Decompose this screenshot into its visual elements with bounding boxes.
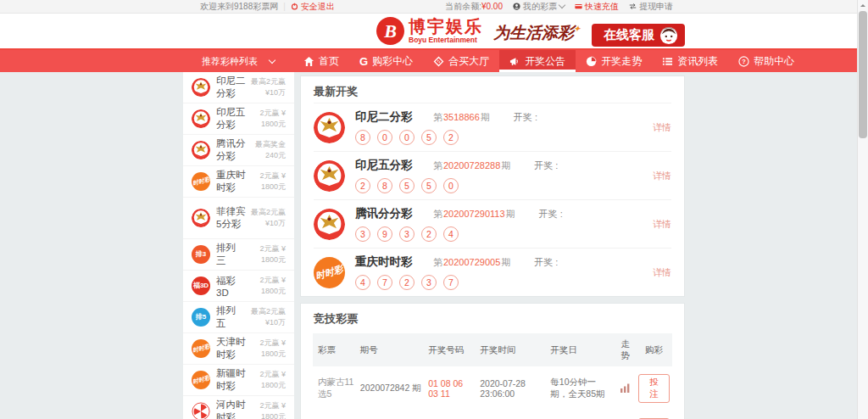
lottery-name: 排列三 [216, 242, 241, 267]
sidebar-item-feilvbin5fen[interactable]: 菲律宾5分彩 最高2元赢 ¥10万 [183, 198, 294, 239]
pailie3-icon: 排3 [192, 245, 210, 264]
nav-item-help-center[interactable]: ? 帮助中心 [728, 50, 804, 72]
draw-balls: 4 7 2 3 7 [355, 275, 653, 290]
lottery-prize: 最高2元赢 ¥10万 [240, 306, 286, 328]
table-row: 浙江11选5 2020072842 期 05 03 08 11 02 2020-… [313, 411, 672, 419]
panel-title: 竞技彩票 [301, 304, 684, 330]
ball: 8 [355, 130, 370, 145]
vertical-scrollbar[interactable] [857, 0, 868, 419]
nav-item-draw-announcements[interactable]: 开奖公告 [499, 50, 576, 72]
lottery-name: 新疆时时彩 [216, 367, 249, 393]
latest-draws-panel: 最新开奖 印尼二分彩 第 3518866 期 开奖 : 8 0 [300, 75, 685, 297]
detail-link[interactable]: 详情 [653, 170, 671, 182]
draw-name: 印尼二分彩 [355, 109, 433, 125]
home-icon [303, 56, 314, 67]
lottery-name: 河内时时彩 [216, 399, 249, 419]
col-header: 开奖时间 [477, 333, 548, 366]
sidebar-item-tengxunfenfen[interactable]: 腾讯分分彩 最高奖金240元 [183, 135, 294, 166]
lottery-prize: 2元赢 ¥ 1800元 [249, 369, 286, 391]
trend-chart-icon[interactable] [620, 383, 631, 393]
draw-numbers: 01 08 06 03 11 [426, 366, 477, 411]
ball: 2 [443, 130, 459, 145]
my-tickets-menu[interactable]: 我的彩票 [513, 1, 565, 13]
col-header: 开奖号码 [426, 333, 477, 366]
issue-number: 20200728288 [443, 160, 500, 170]
garuda-icon [192, 78, 210, 97]
g-icon: G [359, 56, 368, 67]
sidebar-item-henei-ssc[interactable]: 河内时时彩 2元赢 ¥ 1800元 [183, 396, 294, 419]
detail-link[interactable]: 详情 [653, 266, 671, 279]
logout-link[interactable]: 安全退出 [291, 1, 335, 13]
lottery-prize: 2元赢 ¥ 1800元 [249, 400, 286, 419]
lottery-prize: 2元赢 ¥ 1800元 [249, 170, 286, 193]
detail-link[interactable]: 详情 [653, 121, 671, 134]
lottery-name[interactable]: 内蒙古11选5 [313, 366, 358, 411]
draw-numbers: 05 03 08 11 02 [426, 411, 477, 419]
draw-schedule: 每10分钟一期，全天85期 [548, 366, 615, 411]
lottery-name: 天津时时彩 [216, 336, 249, 361]
col-header: 期号 [358, 333, 426, 366]
lottery-name: 腾讯分分彩 [216, 137, 250, 163]
brand-name-en: Boyu Entertainment [409, 36, 483, 44]
nav-item-buy-center[interactable]: G 购彩中心 [349, 50, 423, 72]
ball: 2 [399, 275, 415, 290]
ball: 3 [355, 226, 370, 242]
main-content: 最新开奖 印尼二分彩 第 3518866 期 开奖 : 8 0 [300, 75, 685, 419]
lottery-name[interactable]: 浙江11选5 [313, 411, 358, 419]
garuda-icon [314, 160, 345, 192]
draw-name: 印尼五分彩 [355, 158, 433, 173]
shishicai-icon: 时时彩 [192, 339, 210, 358]
lottery-list-dropdown[interactable]: 推荐彩种列表 [183, 50, 293, 72]
ball: 7 [443, 275, 459, 290]
ball: 3 [399, 226, 415, 242]
lottery-name: 重庆时时彩 [216, 169, 249, 194]
detail-link[interactable]: 详情 [653, 218, 671, 231]
lottery-prize: 2元赢 ¥ 1800元 [249, 338, 286, 360]
lottery-prize: 最高奖金240元 [250, 139, 286, 161]
draw-time: 2020-07-28 22:30:00 [477, 411, 548, 419]
sports-lottery-panel: 竞技彩票 彩票 期号 开奖号码 开奖时间 开奖日 走势 购彩 [300, 303, 685, 419]
ball: 0 [377, 130, 392, 145]
topbar: 欢迎来到9188彩票网 | 安全退出 当前余额:¥0.00 我的彩票 快速充值 [0, 0, 868, 14]
fucai3d-icon: 福3D [192, 277, 210, 295]
draw-row: 腾讯分分彩 第 202007290113 期 开奖 : 3 9 3 2 4 [314, 199, 671, 248]
sidebar-item-pailiewu[interactable]: 排5 排列五 最高2元赢 ¥10万 [183, 302, 294, 333]
ball: 0 [443, 178, 459, 193]
megaphone-icon [509, 56, 520, 67]
nav-item-trends[interactable]: 开奖走势 [576, 50, 652, 72]
withdraw-link[interactable]: 提现申请 [629, 1, 673, 13]
col-header: 购彩 [636, 333, 672, 366]
nav-item-news-list[interactable]: 资讯列表 [652, 50, 728, 72]
site-header: B 博宇娱乐 Boyu Entertainment 为生活添彩✦ 在线客服 [0, 14, 868, 50]
recharge-link[interactable]: 快速充值 [575, 1, 619, 13]
garuda-icon [192, 141, 210, 159]
nav-item-home[interactable]: 首页 [293, 50, 349, 72]
balance: 当前余额:¥0.00 [445, 1, 503, 13]
sidebar-item-yinni2fen[interactable]: 印尼二分彩 最高2元赢 ¥10万 [183, 72, 294, 103]
brand-slogan: 为生活添彩✦ [493, 22, 581, 44]
sidebar-item-tianjin-ssc[interactable]: 时时彩 天津时时彩 2元赢 ¥ 1800元 [183, 333, 294, 365]
bet-button[interactable]: 投注 [638, 374, 670, 403]
draw-schedule: 每10分钟一期，全天85期 [548, 411, 615, 419]
panel-title: 最新开奖 [301, 76, 684, 103]
ball: 7 [377, 275, 392, 290]
sidebar-item-yinni5fen[interactable]: 印尼五分彩 2元赢 ¥ 1800元 [183, 103, 294, 135]
service-face-icon [659, 26, 678, 45]
table-header-row: 彩票 期号 开奖号码 开奖时间 开奖日 走势 购彩 [313, 333, 672, 366]
scrollbar-thumb[interactable] [859, 11, 867, 138]
welcome-text: 欢迎来到9188彩票网 [200, 1, 278, 13]
sidebar-item-fucai3d[interactable]: 福3D 福彩3D 2元赢 ¥ 1800元 [183, 271, 294, 302]
balance-value: ¥0.00 [481, 2, 503, 11]
scroll-up-arrow[interactable] [858, 0, 868, 10]
draw-balls: 3 9 3 2 4 [355, 226, 653, 242]
brand-logo[interactable]: B 博宇娱乐 Boyu Entertainment 为生活添彩✦ [376, 17, 581, 45]
list-icon [662, 56, 673, 67]
sidebar-item-chongqing-ssc[interactable]: 时时彩 重庆时时彩 2元赢 ¥ 1800元 [183, 166, 294, 198]
power-icon [291, 3, 298, 10]
nav-item-group-hall[interactable]: 合买大厅 [423, 50, 499, 72]
sidebar-item-pailiesan[interactable]: 排3 排列三 2元赢 ¥ 1800元 [183, 239, 294, 271]
brand-logo-icon: B [376, 17, 404, 45]
sidebar-item-xinjiang-ssc[interactable]: 时时彩 新疆时时彩 2元赢 ¥ 1800元 [183, 365, 294, 396]
customer-service-button[interactable]: 在线客服 [592, 24, 685, 47]
garuda-icon [314, 209, 345, 240]
